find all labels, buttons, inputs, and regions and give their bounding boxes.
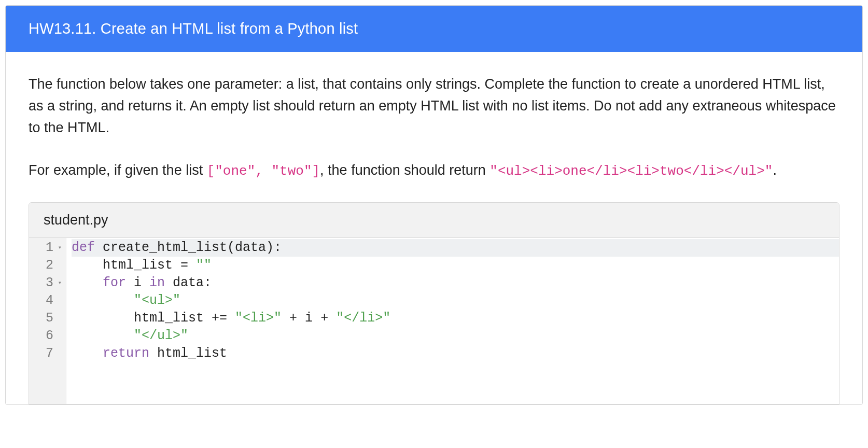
question-body: The function below takes one parameter: … [6, 52, 862, 404]
prompt-paragraph-1: The function below takes one parameter: … [29, 74, 839, 139]
prompt-mid: , the function should return [320, 162, 489, 178]
line-number: 5 [29, 310, 66, 327]
example-input-code: ["one", "two"] [207, 163, 320, 179]
code-line[interactable]: def create_html_list(data): [72, 239, 839, 257]
question-card: HW13.11. Create an HTML list from a Pyth… [5, 5, 863, 405]
code-line[interactable]: html_list = "" [72, 257, 839, 274]
prompt-prefix: For example, if given the list [29, 162, 207, 178]
prompt-paragraph-2: For example, if given the list ["one", "… [29, 160, 839, 181]
code-line[interactable]: return html_list [72, 345, 839, 362]
code-line[interactable]: for i in data: [72, 274, 839, 292]
code-line[interactable]: "<ul>" [72, 292, 839, 310]
fold-icon[interactable]: ▾ [55, 279, 62, 287]
editor-filename: student.py [44, 212, 108, 228]
line-number: 2 [29, 257, 66, 274]
line-number: 1▾ [29, 239, 66, 257]
editor-filename-tab[interactable]: student.py [29, 203, 839, 238]
code-content[interactable]: def create_html_list(data): html_list = … [66, 238, 839, 404]
prompt-suffix: . [773, 162, 777, 178]
question-header: HW13.11. Create an HTML list from a Pyth… [6, 6, 862, 52]
question-title: HW13.11. Create an HTML list from a Pyth… [29, 20, 358, 37]
line-number: 7 [29, 345, 66, 362]
code-line[interactable]: "</ul>" [72, 327, 839, 345]
line-number: 3▾ [29, 274, 66, 292]
line-number: 4 [29, 292, 66, 310]
example-output-code: "<ul><li>one</li><li>two</li></ul>" [489, 163, 773, 179]
line-number-gutter: 1▾ 2 3▾ 4 5 6 7 [29, 238, 66, 404]
code-line[interactable]: html_list += "<li>" + i + "</li>" [72, 310, 839, 327]
fold-icon[interactable]: ▾ [55, 244, 62, 252]
code-editor: student.py 1▾ 2 3▾ 4 5 6 7 def create_ht… [29, 202, 839, 404]
prompt-text-1: The function below takes one parameter: … [29, 76, 836, 135]
editor-area[interactable]: 1▾ 2 3▾ 4 5 6 7 def create_html_list(dat… [29, 238, 839, 404]
line-number: 6 [29, 327, 66, 345]
